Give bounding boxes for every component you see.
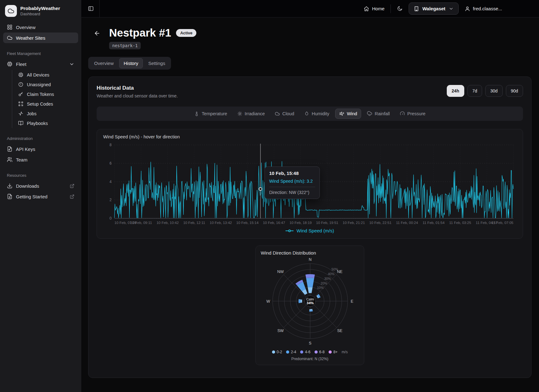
range-button-7d[interactable]: 7d xyxy=(467,85,482,97)
y-axis-tick: 8 xyxy=(109,143,112,147)
tooltip-value: Wind Speed (m/s): 3.2 xyxy=(269,179,315,187)
x-axis-tick: 10 Feb, 10:42 xyxy=(157,221,179,225)
calm-label: Calm xyxy=(306,297,314,301)
wind-rose-legend: 0-22-44-66-88+m/s xyxy=(261,350,359,354)
sensor-tab-pressure[interactable]: Pressure xyxy=(396,109,430,119)
sensor-tab-bar: TemperatureIrradianceCloudHumidityWindRa… xyxy=(97,107,523,121)
x-axis-tick: 11 Feb, 01:54 xyxy=(423,221,445,225)
sidebar-item-claim-tokens[interactable]: Claim Tokens xyxy=(14,89,78,99)
gauge-icon xyxy=(400,111,405,116)
rose-petal-segment xyxy=(299,299,300,303)
page-header: Nestpark #1 Active nestpark-1 xyxy=(81,17,539,49)
tab-overview[interactable]: Overview xyxy=(89,58,118,68)
thermometer-icon xyxy=(194,111,199,116)
y-axis-tick: 6 xyxy=(109,161,112,166)
user-icon xyxy=(465,6,470,12)
sidebar-section-label: Resources xyxy=(3,173,78,178)
tab-settings[interactable]: Settings xyxy=(144,58,170,68)
card-header: Historical Data Weather and cloud sensor… xyxy=(97,85,523,98)
x-axis-tick: 10 Feb, 21:21 xyxy=(343,221,365,225)
compass-label-e: E xyxy=(351,299,353,304)
page-title: Nestpark #1 xyxy=(109,26,171,39)
legend-dot xyxy=(286,350,289,354)
legend-band-label: 0-2 xyxy=(277,350,282,354)
legend-dot xyxy=(329,350,332,354)
wind-rose-title: Wind Direction Distribution xyxy=(261,250,359,256)
chart-area[interactable]: 0246810 Feb, 07:3910 Feb, 09:1110 Feb, 1… xyxy=(103,142,516,227)
sensor-tab-wind[interactable]: Wind xyxy=(335,109,361,119)
sidebar-subtree: All DevicesUnassignedClaim TokensSetup C… xyxy=(12,70,78,128)
sidebar-item-all-devices[interactable]: All Devices xyxy=(14,70,78,80)
rose-ring-label: 20% xyxy=(321,281,327,285)
sidebar-item-fleet[interactable]: Fleet xyxy=(3,59,78,69)
compass-label-sw: SW xyxy=(277,329,284,333)
sidebar-section-label: Administration xyxy=(3,136,78,141)
topbar: Home Walegaset fred.claasse... xyxy=(81,0,539,17)
sidebar-item-unassigned[interactable]: Unassigned xyxy=(14,80,78,89)
chevron-down-icon xyxy=(69,62,74,67)
legend-dot xyxy=(272,350,275,354)
x-axis-tick: 11 Feb, 07:05 xyxy=(491,221,513,225)
legend-band-label: 2-4 xyxy=(291,350,296,354)
home-icon xyxy=(364,6,369,12)
cloud-icon xyxy=(275,111,280,116)
sensor-tab-irradiance[interactable]: Irradiance xyxy=(233,109,269,119)
range-button-90d[interactable]: 90d xyxy=(506,85,523,97)
external-link-icon xyxy=(70,184,74,188)
y-axis-tick: 0 xyxy=(109,216,112,221)
rose-ring-label: 10% xyxy=(317,286,324,290)
sidebar-item-label: Setup Codes xyxy=(27,102,53,107)
wind-chart-panel: Wind Speed (m/s) - hover for direction 0… xyxy=(97,129,523,239)
legend-unit: m/s xyxy=(342,350,348,354)
x-axis-tick: 10 Feb, 13:42 xyxy=(210,221,232,225)
home-label: Home xyxy=(372,6,385,11)
sidebar: ProbablyWeather Dashboard OverviewWeathe… xyxy=(0,0,81,392)
sidebar-item-team[interactable]: Team xyxy=(3,154,78,165)
sidebar-item-api-keys[interactable]: API Keys xyxy=(3,144,78,154)
sidebar-item-label: Claim Tokens xyxy=(27,92,54,97)
sensor-tab-temperature[interactable]: Temperature xyxy=(190,109,231,119)
card-title: Historical Data xyxy=(97,85,178,91)
legend-series-label: Wind Speed (m/s) xyxy=(296,228,334,233)
sensor-tab-label: Rainfall xyxy=(375,111,390,116)
sidebar-item-downloads[interactable]: Downloads xyxy=(3,181,78,191)
external-link-icon xyxy=(70,194,74,199)
sidebar-item-setup-codes[interactable]: Setup Codes xyxy=(14,99,78,109)
rose-petal-segment xyxy=(305,274,315,278)
topbar-separator xyxy=(390,4,391,13)
user-label: fred.claasse... xyxy=(473,6,502,11)
brand-subtitle: Dashboard xyxy=(20,12,60,16)
back-button[interactable] xyxy=(94,30,100,49)
sidebar-item-weather-sites[interactable]: Weather Sites xyxy=(3,32,78,43)
rose-legend-entry: 8+ xyxy=(329,350,338,354)
topbar-divider xyxy=(99,0,100,17)
sidebar-item-playbooks[interactable]: Playbooks xyxy=(14,118,78,128)
sidebar-item-label: Team xyxy=(16,157,28,162)
org-switcher-button[interactable]: Walegaset xyxy=(409,2,459,15)
sidebar-item-getting-started[interactable]: Getting Started xyxy=(3,191,78,202)
sensor-tab-rainfall[interactable]: Rainfall xyxy=(363,109,394,119)
home-link[interactable]: Home xyxy=(364,6,385,12)
building-icon xyxy=(414,6,419,12)
user-menu[interactable]: fred.claasse... xyxy=(465,6,502,12)
sidebar-section: AdministrationAPI KeysTeam xyxy=(3,136,78,165)
tab-history[interactable]: History xyxy=(119,58,143,68)
rose-ring-label: 40% xyxy=(328,272,335,276)
sidebar-item-overview[interactable]: Overview xyxy=(3,22,78,32)
sensor-tab-label: Cloud xyxy=(282,111,294,116)
range-button-30d[interactable]: 30d xyxy=(485,85,502,97)
sidebar-item-jobs[interactable]: Jobs xyxy=(14,109,78,118)
chart-legend: Wind Speed (m/s) xyxy=(103,228,516,233)
sensor-tab-cloud[interactable]: Cloud xyxy=(271,109,298,119)
dark-mode-toggle[interactable] xyxy=(397,6,403,12)
range-button-24h[interactable]: 24h xyxy=(447,85,464,97)
sidebar-toggle-button[interactable] xyxy=(85,3,96,14)
rose-legend-entry: 2-4 xyxy=(286,350,296,354)
chevron-down-icon xyxy=(449,6,454,11)
sidebar-item-label: Jobs xyxy=(27,111,37,116)
sensor-tab-humidity[interactable]: Humidity xyxy=(300,109,333,119)
compass-label-w: W xyxy=(266,299,270,304)
legend-band-label: 4-6 xyxy=(305,350,310,354)
page-content: Nestpark #1 Active nestpark-1 OverviewHi… xyxy=(81,17,539,392)
cloud-rain-icon xyxy=(367,111,372,116)
